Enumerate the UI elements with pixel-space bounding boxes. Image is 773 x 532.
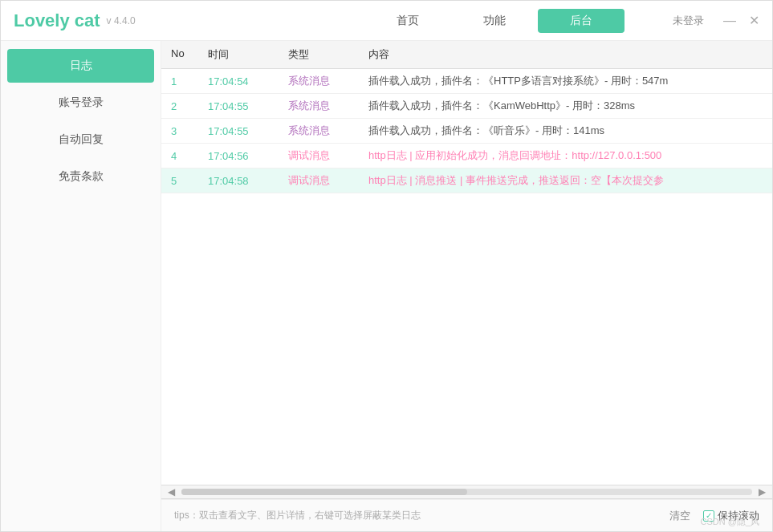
cell-no: 4 — [161, 150, 201, 162]
cell-content: 插件载入成功，插件名：《HTTP多语言对接系统》- 用时：547m — [362, 74, 772, 88]
log-body: 117:04:54系统消息插件载入成功，插件名：《HTTP多语言对接系统》- 用… — [161, 69, 772, 485]
tab-backend[interactable]: 后台 — [538, 9, 625, 33]
sidebar-item-account[interactable]: 账号登录 — [7, 86, 154, 120]
cell-type: 系统消息 — [282, 99, 362, 113]
header-content: 内容 — [362, 47, 772, 62]
sidebar-item-disclaimer[interactable]: 免责条款 — [7, 160, 154, 193]
scroll-thumb[interactable] — [181, 489, 467, 495]
content-area: No 时间 类型 内容 117:04:54系统消息插件载入成功，插件名：《HTT… — [161, 41, 772, 531]
cell-time: 17:04:55 — [201, 125, 282, 137]
table-row[interactable]: 217:04:55系统消息插件载入成功，插件名：《KamWebHttp》- 用时… — [161, 94, 772, 119]
cell-content: 插件载入成功，插件名：《听音乐》- 用时：141ms — [362, 124, 772, 138]
window-controls: — ✕ — [723, 14, 759, 27]
footer: tips：双击查看文字、图片详情，右键可选择屏蔽某类日志 清空 ✓ 保持滚动 C… — [161, 499, 772, 531]
cell-type: 系统消息 — [282, 124, 362, 138]
sidebar-item-log[interactable]: 日志 — [7, 49, 154, 83]
cell-time: 17:04:54 — [201, 75, 282, 87]
tab-home[interactable]: 首页 — [364, 9, 451, 33]
table-row[interactable]: 517:04:58调试消息http日志 | 消息推送 | 事件推送完成，推送返回… — [161, 169, 772, 193]
cell-content: http日志 | 消息推送 | 事件推送完成，推送返回：空【本次提交参 — [362, 173, 772, 188]
app-version: v 4.4.0 — [107, 15, 136, 26]
close-button[interactable]: ✕ — [749, 14, 759, 27]
sidebar-item-auto-reply[interactable]: 自动回复 — [7, 123, 154, 156]
cell-type: 调试消息 — [282, 148, 362, 163]
cell-no: 5 — [161, 175, 201, 187]
cell-time: 17:04:58 — [201, 175, 282, 187]
nav-tabs: 首页 功能 后台 — [364, 9, 625, 33]
table-row[interactable]: 417:04:56调试消息http日志 | 应用初始化成功，消息回调地址：htt… — [161, 144, 772, 169]
footer-tips: tips：双击查看文字、图片详情，右键可选择屏蔽某类日志 — [174, 509, 669, 522]
minimize-button[interactable]: — — [723, 14, 736, 27]
clear-button[interactable]: 清空 — [669, 509, 690, 523]
cell-time: 17:04:56 — [201, 150, 282, 162]
scroll-right-arrow[interactable]: ▶ — [755, 486, 769, 497]
log-table: No 时间 类型 内容 117:04:54系统消息插件载入成功，插件名：《HTT… — [161, 41, 772, 485]
cell-type: 调试消息 — [282, 173, 362, 188]
cell-no: 2 — [161, 100, 201, 112]
cell-no: 1 — [161, 75, 201, 87]
cell-type: 系统消息 — [282, 74, 362, 88]
user-status: 未登录 — [673, 14, 704, 28]
table-row[interactable]: 317:04:55系统消息插件载入成功，插件名：《听音乐》- 用时：141ms — [161, 119, 772, 144]
title-bar: Lovely cat v 4.4.0 首页 功能 后台 未登录 — ✕ — [1, 1, 772, 41]
watermark: CSDN @隐_风 — [700, 516, 759, 528]
scroll-track[interactable] — [181, 489, 752, 495]
header-type: 类型 — [282, 47, 362, 62]
horizontal-scrollbar[interactable]: ◀ ▶ — [161, 485, 772, 499]
header-no: No — [161, 47, 201, 62]
tab-feature[interactable]: 功能 — [451, 9, 538, 33]
main-layout: 日志 账号登录 自动回复 免责条款 No 时间 类型 内容 117:04:54系… — [1, 41, 772, 531]
scroll-left-arrow[interactable]: ◀ — [165, 486, 178, 497]
cell-no: 3 — [161, 125, 201, 137]
header-time: 时间 — [201, 47, 282, 62]
sidebar: 日志 账号登录 自动回复 免责条款 — [1, 41, 161, 531]
table-row[interactable]: 117:04:54系统消息插件载入成功，插件名：《HTTP多语言对接系统》- 用… — [161, 69, 772, 94]
cell-time: 17:04:55 — [201, 100, 282, 112]
app-title: Lovely cat — [14, 10, 100, 31]
cell-content: 插件载入成功，插件名：《KamWebHttp》- 用时：328ms — [362, 99, 772, 113]
table-header: No 时间 类型 内容 — [161, 41, 772, 69]
cell-content: http日志 | 应用初始化成功，消息回调地址：http://127.0.0.1… — [362, 148, 772, 163]
